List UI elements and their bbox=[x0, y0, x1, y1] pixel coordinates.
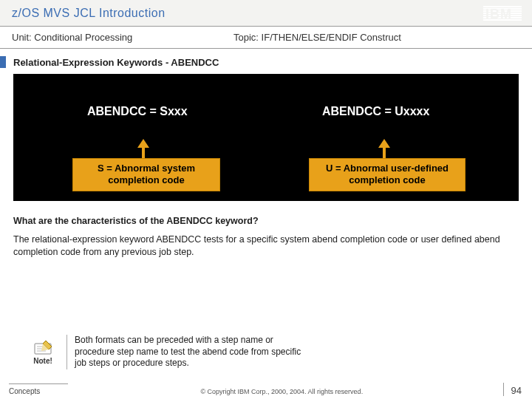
note-icon: Note! bbox=[27, 339, 59, 365]
course-title: z/OS MVS JCL Introduction bbox=[12, 7, 166, 20]
topic-prefix: Topic: bbox=[233, 32, 262, 43]
diagram-panel: ABENDCC = Sxxx ABENDCC = Uxxxx S = Abnor… bbox=[13, 74, 519, 201]
question-heading: What are the characteristics of the ABEN… bbox=[13, 216, 519, 226]
section-title: Relational-Expression Keywords - ABENDCC bbox=[13, 57, 219, 68]
footer-divider bbox=[503, 383, 504, 396]
copyright-text: © Copyright IBM Corp., 2000, 2004. All r… bbox=[68, 383, 496, 395]
section-title-row: Relational-Expression Keywords - ABENDCC bbox=[0, 49, 532, 74]
svg-text:IBM: IBM bbox=[485, 7, 512, 21]
topic-label: Topic: IF/THEN/ELSE/ENDIF Construct bbox=[233, 32, 401, 43]
footer-section-label: Concepts bbox=[9, 383, 68, 395]
topic-value: IF/THEN/ELSE/ENDIF Construct bbox=[262, 32, 401, 43]
unit-value: Conditional Processing bbox=[34, 32, 132, 43]
abendcc-sxxx-heading: ABENDCC = Sxxx bbox=[87, 105, 188, 118]
slide-subheader: Unit: Conditional Processing Topic: IF/T… bbox=[0, 27, 532, 49]
arrow-stem bbox=[142, 147, 145, 159]
unit-label: Unit: Conditional Processing bbox=[12, 32, 233, 43]
note-label: Note! bbox=[27, 357, 59, 365]
page-number: 94 bbox=[511, 383, 522, 396]
slide-footer: Concepts © Copyright IBM Corp., 2000, 20… bbox=[0, 380, 532, 399]
system-code-callout: S = Abnormal system completion code bbox=[72, 158, 220, 191]
note-text: Both formats can be preceded with a step… bbox=[66, 335, 303, 369]
ibm-logo: IBM bbox=[483, 6, 522, 21]
unit-prefix: Unit: bbox=[12, 32, 34, 43]
arrow-stem bbox=[383, 147, 386, 159]
body-paragraph: The relational-expression keyword ABENDC… bbox=[13, 233, 519, 259]
abendcc-uxxxx-heading: ABENDCC = Uxxxx bbox=[322, 105, 429, 118]
user-code-callout: U = Abnormal user-defined completion cod… bbox=[309, 158, 466, 191]
note-block: Note! Both formats can be preceded with … bbox=[0, 335, 532, 369]
slide-header: z/OS MVS JCL Introduction IBM bbox=[0, 0, 532, 27]
section-marker bbox=[0, 56, 6, 68]
